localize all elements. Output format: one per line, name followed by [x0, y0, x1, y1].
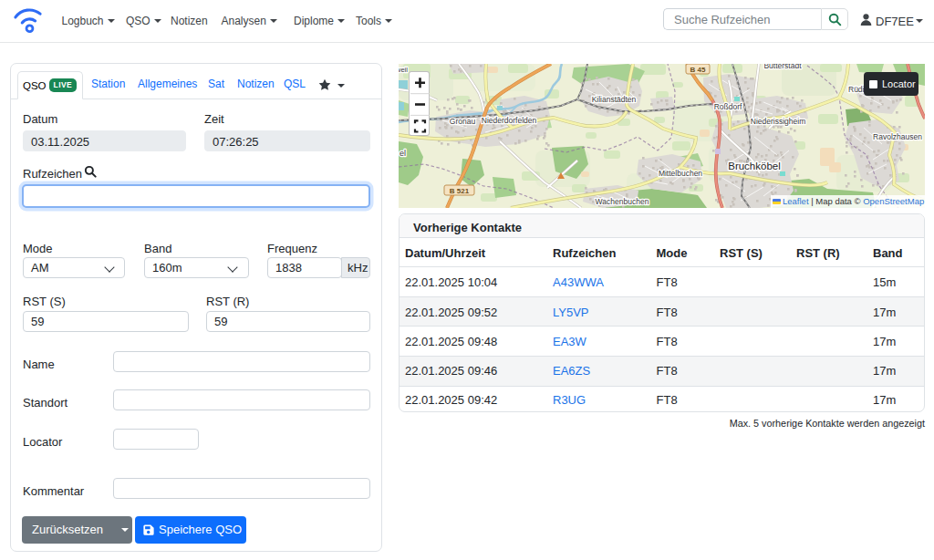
- svg-text:Kilianstädten: Kilianstädten: [592, 95, 637, 104]
- svg-text:B 521: B 521: [450, 187, 470, 195]
- svg-text:Gronau: Gronau: [450, 117, 476, 126]
- svg-text:Ravolzhausen: Ravolzhausen: [873, 132, 922, 141]
- svg-text:Niederdorfelden: Niederdorfelden: [482, 116, 537, 125]
- svg-text:Butterstadt: Butterstadt: [763, 64, 802, 70]
- svg-text:Roßdorf: Roßdorf: [714, 102, 742, 111]
- svg-text:el: el: [400, 149, 406, 158]
- svg-text:B 45: B 45: [690, 66, 706, 74]
- svg-text:Niederissigheim: Niederissigheim: [751, 117, 805, 126]
- svg-text:Wachenbuchen: Wachenbuchen: [596, 197, 649, 206]
- svg-text:weil: weil: [399, 66, 408, 74]
- svg-text:Mittelbuchen: Mittelbuchen: [659, 169, 702, 178]
- svg-text:Bruchköbel: Bruchköbel: [728, 161, 781, 171]
